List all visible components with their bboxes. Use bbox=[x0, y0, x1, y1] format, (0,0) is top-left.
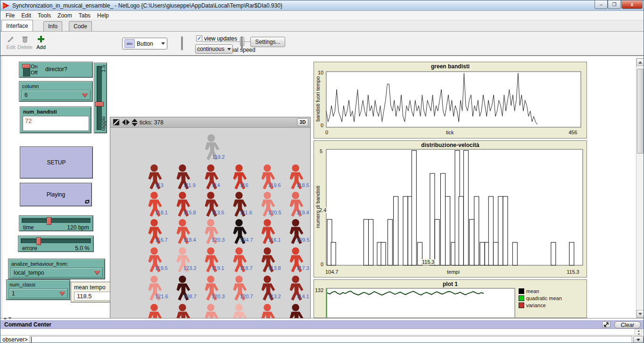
errore-slider[interactable]: errore 5.0 % bbox=[18, 236, 94, 252]
scrollbar-thumb[interactable] bbox=[637, 69, 644, 154]
bandista-tempo-label: 119.1 bbox=[212, 265, 224, 271]
errore-slider-handle[interactable] bbox=[36, 237, 41, 245]
add-widget-button[interactable]: Add bbox=[32, 35, 50, 50]
bandista-tempo-label: 123.2 bbox=[183, 265, 197, 271]
analyze-behaviour-chooser[interactable]: analize_behaviour_from: local_tempo bbox=[8, 259, 105, 279]
bandista-tempo-label: 120.5 bbox=[268, 210, 281, 215]
raggio-slider-handle[interactable] bbox=[95, 102, 104, 106]
check-icon: ✓ bbox=[197, 35, 201, 41]
bandista-tempo-label: 120.7 bbox=[240, 294, 253, 299]
widget-type-dropdown[interactable]: abc Button bbox=[122, 38, 167, 49]
chooser-arrow-icon bbox=[82, 93, 88, 97]
mean-tempo-monitor: mean tempo 118.5 bbox=[71, 282, 116, 302]
popout-button[interactable] bbox=[602, 321, 611, 328]
errore-slider-track[interactable] bbox=[21, 238, 91, 243]
view-updates-label: view updates bbox=[204, 35, 237, 42]
bandista-tempo-label: 114.1 bbox=[297, 294, 309, 299]
vertical-scrollbar[interactable] bbox=[636, 58, 644, 318]
tab-info[interactable]: Info bbox=[43, 21, 62, 31]
resize-corner-icon[interactable] bbox=[113, 119, 120, 126]
menu-item-tabs[interactable]: Tabs bbox=[75, 11, 94, 20]
x-tick-min: 0 bbox=[325, 130, 328, 135]
num-classi-chooser[interactable]: num_classi 1 bbox=[6, 279, 70, 300]
tab-code[interactable]: Code bbox=[69, 21, 92, 31]
bandista-tempo-label: 113.5 bbox=[212, 210, 224, 215]
update-mode-dropdown[interactable]: continuous bbox=[195, 44, 233, 54]
legend-label: mean bbox=[526, 288, 539, 294]
tab-interface[interactable]: Interface bbox=[1, 20, 33, 31]
bandista-tempo-label: 119.4 bbox=[297, 210, 309, 215]
world-view[interactable]: ticks: 378 3D 119.2113111.9114116119.611… bbox=[110, 117, 311, 343]
command-prompt-row: observer> bbox=[0, 335, 644, 343]
legend-color-swatch bbox=[519, 295, 524, 301]
y-tick-max: 5 bbox=[320, 148, 322, 154]
menu-item-help[interactable]: Help bbox=[94, 11, 112, 20]
director-tempo-label: 119.2 bbox=[212, 154, 225, 160]
time-slider[interactable]: time 120 bpm bbox=[19, 215, 93, 231]
scroll-up-button[interactable] bbox=[636, 58, 644, 66]
bandista-tempo-label: 118.7 bbox=[240, 265, 253, 271]
world-view-header: ticks: 378 3D bbox=[110, 117, 310, 128]
world-canvas[interactable]: 119.2113111.9114116119.6118.5118.1115.81… bbox=[110, 128, 310, 343]
chooser-arrow-icon bbox=[94, 271, 100, 275]
command-center: Command Center Clear observer> bbox=[0, 318, 644, 343]
plot-canvas bbox=[314, 141, 587, 278]
legend-label: quadratic mean bbox=[526, 295, 562, 301]
time-slider-handle[interactable] bbox=[47, 217, 51, 225]
menu-item-tools[interactable]: Tools bbox=[34, 11, 54, 20]
num-bandisti-input[interactable]: num_bandisti 72 bbox=[20, 106, 91, 133]
column-chooser[interactable]: column 6 bbox=[19, 81, 93, 102]
plot-title: plot 1 bbox=[314, 281, 586, 287]
resize-vertical-icon[interactable] bbox=[132, 119, 138, 126]
netlogo-window: Synchronization_in_musical_ensamble_ - N… bbox=[0, 0, 644, 343]
x-tick-max: 456 bbox=[569, 130, 577, 135]
bandista-tempo-label: 113.8 bbox=[268, 265, 281, 271]
legend-label: variance bbox=[526, 302, 546, 308]
bandista-tempo-label: 118.1 bbox=[155, 210, 168, 215]
close-button[interactable]: x bbox=[621, 0, 643, 9]
y-tick-max: 132 bbox=[315, 287, 323, 293]
bandista-tempo-label: 116.7 bbox=[155, 237, 168, 243]
num-classi-select[interactable]: 1 bbox=[9, 288, 68, 298]
command-center-header[interactable]: Command Center Clear bbox=[0, 320, 644, 329]
director-switch[interactable]: On Off director? bbox=[19, 62, 93, 78]
legend-entry: variance bbox=[519, 302, 562, 308]
clear-button[interactable]: Clear bbox=[614, 321, 641, 328]
settings-button[interactable]: Settings... bbox=[250, 37, 285, 47]
resize-horizontal-icon[interactable] bbox=[122, 119, 130, 126]
menu-item-file[interactable]: File bbox=[2, 11, 18, 20]
mean-tempo-value: 118.5 bbox=[74, 292, 112, 301]
bandista-tempo-label: 104.7 bbox=[240, 237, 253, 243]
raggio-slider[interactable]: 1.5 raggio bbox=[94, 63, 107, 133]
view-updates-checkbox[interactable]: ✓ bbox=[196, 35, 202, 41]
chooser-arrow-icon bbox=[59, 292, 65, 295]
legend-color-swatch bbox=[519, 288, 524, 294]
column-chooser-select[interactable]: 6 bbox=[22, 90, 91, 100]
splitter-handle[interactable] bbox=[3, 317, 12, 319]
view-3d-button[interactable]: 3D bbox=[297, 118, 308, 126]
analyze-behaviour-select[interactable]: local_tempo bbox=[11, 268, 103, 278]
observer-prompt: observer> bbox=[2, 336, 28, 343]
command-input[interactable] bbox=[30, 336, 632, 343]
title-bar[interactable]: Synchronization_in_musical_ensamble_ - N… bbox=[0, 0, 644, 11]
restore-button[interactable]: ❐ bbox=[608, 0, 621, 9]
time-slider-track[interactable] bbox=[22, 218, 91, 223]
y-axis-label: bandisti fuori tempo bbox=[315, 73, 321, 125]
output-scrollbar[interactable] bbox=[635, 329, 642, 335]
chevron-down-icon bbox=[161, 42, 165, 45]
menu-item-edit[interactable]: Edit bbox=[18, 11, 34, 20]
scroll-down-button[interactable] bbox=[636, 310, 644, 318]
menu-item-zoom[interactable]: Zoom bbox=[54, 11, 75, 20]
playing-button[interactable]: Playing bbox=[20, 183, 92, 206]
history-dropdown-button[interactable] bbox=[633, 336, 644, 343]
ticks-counter: ticks: 378 bbox=[140, 119, 164, 126]
num-bandisti-field[interactable]: 72 bbox=[23, 116, 89, 131]
setup-button[interactable]: SETUP bbox=[20, 147, 93, 179]
minimize-button[interactable]: – bbox=[594, 0, 608, 9]
bandista-tempo-label: 120.3 bbox=[212, 237, 225, 243]
widget-type-value: Button bbox=[137, 41, 161, 47]
interface-canvas: On Off director? 1.5 raggio column 6 num… bbox=[0, 56, 644, 318]
switch-knob[interactable] bbox=[22, 64, 30, 68]
window-title: Synchronization_in_musical_ensamble_ - N… bbox=[12, 2, 282, 9]
plot-title: distribuzione-velocità bbox=[314, 142, 586, 148]
